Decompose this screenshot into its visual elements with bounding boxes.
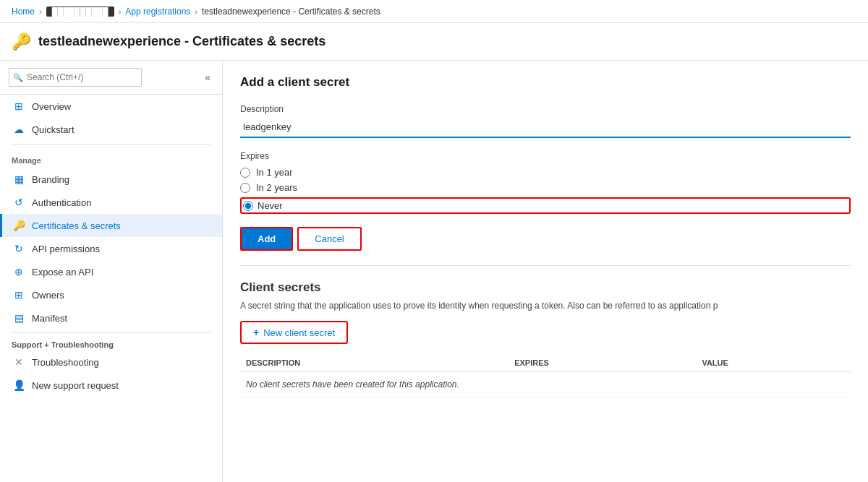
sidebar-item-expose-api-label: Expose an API [32, 267, 93, 277]
search-icon: 🔍 [13, 73, 23, 82]
branding-icon: ▦ [12, 173, 26, 185]
content-area: Add a client secret Description Expires … [223, 61, 868, 482]
breadcrumb-tenant: ██████████ [46, 7, 114, 17]
sidebar-item-manifest-label: Manifest [32, 313, 67, 324]
sidebar-item-branding-label: Branding [32, 174, 69, 185]
radio-1year-label: In 1 year [256, 167, 293, 178]
sidebar-item-branding[interactable]: ▦ Branding [0, 168, 222, 191]
sidebar-item-api-permissions-label: API permissions [32, 244, 100, 254]
radio-1year[interactable]: In 1 year [240, 167, 851, 178]
content-inner: Add a client secret Description Expires … [223, 61, 868, 412]
add-button[interactable]: Add [240, 227, 293, 251]
breadcrumb-sep-2: › [119, 7, 122, 16]
sidebar-item-overview-label: Overview [32, 101, 71, 112]
expose-api-icon: ⊕ [12, 266, 26, 277]
breadcrumb-sep-1: › [39, 7, 42, 16]
add-secret-title: Add a client secret [240, 75, 851, 90]
manage-divider [12, 144, 210, 145]
sidebar-item-authentication-label: Authentication [32, 197, 91, 208]
sidebar-item-new-support[interactable]: 👤 New support request [0, 374, 222, 397]
table-body: No client secrets have been created for … [240, 372, 851, 397]
api-permissions-icon: ↻ [12, 243, 26, 254]
sidebar-item-overview[interactable]: ⊞ Overview [0, 95, 222, 118]
page-title: testleadnewexperience - Certificates & s… [38, 34, 326, 49]
authentication-icon: ↺ [12, 197, 26, 208]
section-divider [240, 265, 851, 266]
sidebar-item-troubleshooting[interactable]: ✕ Troubleshooting [0, 350, 222, 374]
description-group: Description [240, 104, 851, 138]
action-buttons: Add Cancel [240, 227, 851, 251]
search-container: 🔍 « [0, 61, 222, 95]
sidebar-item-certificates-label: Certificates & secrets [32, 220, 121, 231]
sidebar-item-quickstart[interactable]: ☁ Quickstart [0, 118, 222, 141]
sidebar-item-owners[interactable]: ⊞ Owners [0, 283, 222, 306]
page-icon: 🔑 [12, 33, 31, 51]
manage-section-label: Manage [0, 147, 222, 168]
page-header: 🔑 testleadnewexperience - Certificates &… [0, 23, 868, 61]
breadcrumb-current: testleadnewexperience - Certificates & s… [202, 7, 380, 17]
sidebar-item-manifest[interactable]: ▤ Manifest [0, 306, 222, 330]
description-input[interactable] [240, 117, 851, 138]
table-header: DESCRIPTION EXPIRES VALUE [240, 354, 851, 372]
main-layout: 🔍 « ⊞ Overview ☁ Quickstart Manage ▦ Bra… [0, 61, 868, 482]
sidebar-item-new-support-label: New support request [32, 380, 119, 391]
radio-group: In 1 year In 2 years Never [240, 167, 851, 214]
secrets-table: DESCRIPTION EXPIRES VALUE No client secr… [240, 354, 851, 397]
support-divider [12, 332, 210, 333]
radio-never-input[interactable] [243, 201, 253, 211]
radio-1year-input[interactable] [240, 168, 250, 178]
radio-never-label: Never [258, 200, 283, 211]
support-section-label: Support + Troubleshooting [0, 336, 222, 350]
sidebar-item-owners-label: Owners [32, 290, 64, 301]
no-data-message: No client secrets have been created for … [240, 372, 851, 397]
sidebar-item-api-permissions[interactable]: ↻ API permissions [0, 237, 222, 260]
col-expires: EXPIRES [509, 354, 696, 372]
breadcrumb: Home › ██████████ › App registrations › … [0, 0, 868, 23]
overview-icon: ⊞ [12, 100, 26, 112]
table-header-row: DESCRIPTION EXPIRES VALUE [240, 354, 851, 372]
cancel-button[interactable]: Cancel [297, 227, 361, 251]
no-data-row: No client secrets have been created for … [240, 372, 851, 397]
radio-2years-label: In 2 years [256, 182, 297, 193]
sidebar-item-certificates[interactable]: 🔑 Certificates & secrets [0, 214, 222, 237]
sidebar-item-troubleshooting-label: Troubleshooting [32, 357, 99, 368]
col-value: VALUE [696, 354, 851, 372]
owners-icon: ⊞ [12, 289, 26, 301]
manifest-icon: ▤ [12, 312, 26, 324]
quickstart-icon: ☁ [12, 124, 26, 135]
breadcrumb-sep-3: › [195, 7, 197, 16]
plus-icon: + [253, 327, 259, 338]
expires-group: Expires In 1 year In 2 years Never [240, 151, 851, 214]
search-wrapper: 🔍 [9, 68, 197, 87]
radio-2years[interactable]: In 2 years [240, 182, 851, 193]
radio-2years-input[interactable] [240, 183, 250, 193]
new-client-secret-label: New client secret [263, 327, 335, 338]
sidebar-item-quickstart-label: Quickstart [32, 124, 75, 135]
col-description: DESCRIPTION [240, 354, 509, 372]
sidebar: 🔍 « ⊞ Overview ☁ Quickstart Manage ▦ Bra… [0, 61, 223, 482]
breadcrumb-home[interactable]: Home [12, 7, 35, 17]
collapse-button[interactable]: « [202, 69, 213, 86]
sidebar-item-authentication[interactable]: ↺ Authentication [0, 191, 222, 214]
troubleshooting-icon: ✕ [12, 356, 26, 368]
expires-label: Expires [240, 151, 851, 161]
new-client-secret-button[interactable]: + New client secret [240, 321, 348, 344]
description-label: Description [240, 104, 851, 114]
breadcrumb-app-registrations[interactable]: App registrations [125, 7, 190, 17]
search-input[interactable] [9, 68, 142, 87]
radio-never[interactable]: Never [240, 197, 851, 214]
client-secrets-title: Client secrets [240, 280, 851, 295]
sidebar-item-expose-api[interactable]: ⊕ Expose an API [0, 260, 222, 283]
new-support-icon: 👤 [12, 379, 26, 391]
client-secrets-desc: A secret string that the application use… [240, 301, 851, 311]
certificates-icon: 🔑 [12, 220, 26, 231]
